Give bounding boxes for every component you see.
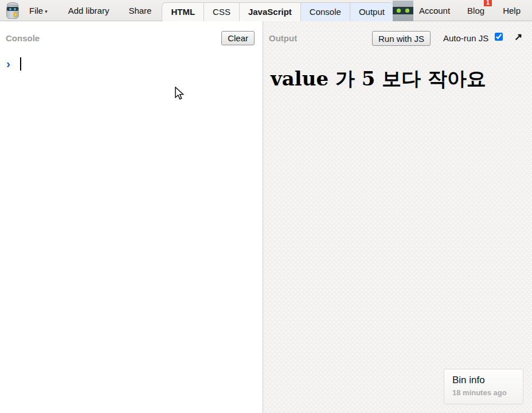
output-rendered-heading: value 가 5 보다 작아요 <box>271 67 523 91</box>
console-panel: Console Clear › <box>0 21 263 413</box>
account-menu[interactable]: Account <box>417 6 452 15</box>
bin-info-timestamp: 18 minutes ago <box>452 388 523 397</box>
tab-javascript[interactable]: JavaScript <box>239 3 300 21</box>
autorun-js-label: Auto-run JS <box>443 33 488 43</box>
navbar-right: Account Blog 1 Help <box>393 0 529 21</box>
help-link[interactable]: Help <box>500 6 523 15</box>
tab-console[interactable]: Console <box>300 3 350 21</box>
navbar: File▾ Add library Share HTML CSS JavaScr… <box>0 0 532 21</box>
share-button[interactable]: Share <box>126 6 154 15</box>
clear-console-button[interactable]: Clear <box>221 31 255 45</box>
open-in-new-window-icon[interactable]: ↗ <box>514 31 522 43</box>
run-with-js-button[interactable]: Run with JS <box>372 31 431 46</box>
tab-html[interactable]: HTML <box>162 3 204 21</box>
output-panel: Output Run with JS Auto-run JS ↗ value 가… <box>263 21 532 413</box>
jsbin-logo[interactable] <box>5 2 21 20</box>
blog-notification-badge: 1 <box>484 0 492 6</box>
logo-eye-icon <box>14 8 16 10</box>
add-library-button[interactable]: Add library <box>66 6 112 15</box>
file-menu-label: File <box>29 6 43 15</box>
file-menu[interactable]: File▾ <box>27 6 50 15</box>
logo-face-band <box>7 7 18 11</box>
logo-chip-part <box>14 13 18 17</box>
logo-eye-icon <box>9 8 11 10</box>
tab-css[interactable]: CSS <box>204 3 239 21</box>
panel-tabs: HTML CSS JavaScript Console Output <box>162 2 393 21</box>
avatar-eye-icon <box>397 9 401 13</box>
bin-info-card[interactable]: Bin info 18 minutes ago <box>444 369 523 404</box>
avatar-eye-icon <box>405 9 409 13</box>
console-prompt-icon: › <box>6 57 10 70</box>
output-panel-title: Output <box>269 33 297 43</box>
console-input-row[interactable]: › <box>6 57 21 71</box>
autorun-js-checkbox[interactable] <box>495 33 503 41</box>
blog-link-label: Blog <box>467 6 484 15</box>
avatar[interactable] <box>393 1 413 21</box>
panels-container: Console Clear › Output Run with JS Auto-… <box>0 21 532 413</box>
console-panel-title: Console <box>6 33 40 43</box>
text-caret <box>20 57 21 71</box>
tab-output[interactable]: Output <box>350 3 393 21</box>
avatar-face-band <box>393 7 413 14</box>
bin-info-title: Bin info <box>452 375 523 386</box>
chevron-down-icon: ▾ <box>45 9 48 14</box>
blog-link[interactable]: Blog 1 <box>467 6 484 15</box>
